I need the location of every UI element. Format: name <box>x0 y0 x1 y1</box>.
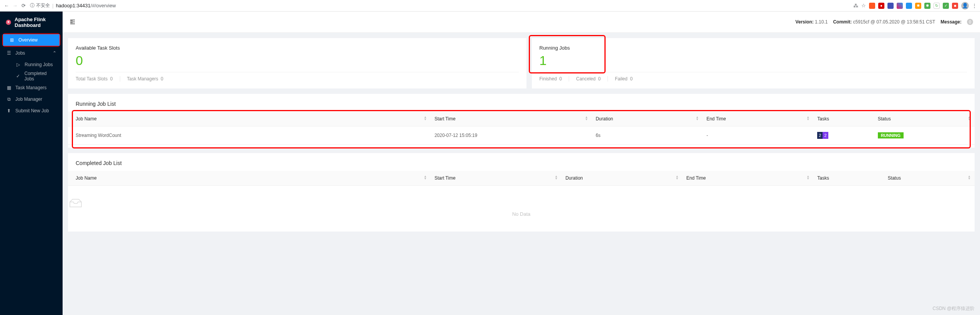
failed-value: 0 <box>630 76 633 82</box>
translate-icon[interactable]: ⁂ <box>853 3 858 8</box>
sidebar-item-running-jobs[interactable]: ▷ Running Jobs <box>0 59 63 70</box>
status-badge: RUNNING <box>878 132 904 138</box>
task-badge-scheduled: 2 <box>817 132 823 139</box>
ext-icon-1[interactable] <box>869 3 875 9</box>
running-list-title: Running Job List <box>68 94 975 112</box>
ext-icon-6[interactable]: ✱ <box>915 3 921 9</box>
sidebar-item-submit-job[interactable]: ⬆ Submit New Job <box>0 105 63 117</box>
total-slots-label: Total Task Slots <box>76 76 108 82</box>
col-status[interactable]: Status▲▼ <box>884 171 975 186</box>
finished-value: 0 <box>560 76 562 82</box>
task-badge-deploying: 2 <box>823 132 828 139</box>
running-jobs-value: 1 <box>540 53 967 68</box>
ext-icon-3[interactable] <box>887 3 894 9</box>
layers-icon: ▦ <box>6 85 12 90</box>
sidebar-item-job-manager[interactable]: ⧉ Job Manager <box>0 93 63 105</box>
sort-icon: ▲▼ <box>675 175 679 180</box>
ext-icon-10[interactable]: ■ <box>952 3 958 9</box>
sidebar-item-task-managers[interactable]: ▦ Task Managers <box>0 82 63 93</box>
completed-job-list-card: Completed Job List Job Name▲▼ Start Time… <box>68 153 975 232</box>
finished-label: Finished <box>540 76 557 82</box>
running-jobs-card: Running Jobs 1 Finished 0 Canceled 0 Fai… <box>532 38 975 88</box>
info-icon: ⓘ <box>30 2 35 9</box>
url-path: /#/overview <box>91 3 116 8</box>
dashboard-icon: ⊞ <box>9 37 15 43</box>
available-slots-title: Available Task Slots <box>76 45 519 51</box>
running-jobs-label: Running Jobs <box>25 62 53 67</box>
sidebar-item-overview[interactable]: ⊞ Overview <box>3 34 60 46</box>
url-bar[interactable]: ⓘ 不安全 | hadoop1:34431/#/overview <box>30 2 850 9</box>
play-icon: ▷ <box>15 62 21 67</box>
chevron-up-icon: ⌃ <box>53 50 56 56</box>
logo: Apache Flink Dashboard <box>0 12 63 33</box>
flink-logo-icon <box>5 18 12 27</box>
sidebar: Apache Flink Dashboard ⊞ Overview ☰ Jobs… <box>0 12 63 315</box>
version-value: 1.10.1 <box>815 19 828 25</box>
ext-icon-5[interactable] <box>906 3 912 9</box>
list-icon: ☰ <box>6 50 12 56</box>
ext-icon-8[interactable]: ↻ <box>934 3 940 9</box>
sort-icon: ▲▼ <box>424 175 427 180</box>
forward-icon[interactable]: → <box>12 2 18 9</box>
col-job-name[interactable]: Job Name▲▼ <box>68 112 430 127</box>
watermark: CSDN @程序猿进阶 <box>932 305 975 312</box>
cell-job-name: Streaming WordCount <box>68 127 430 145</box>
canceled-value: 0 <box>598 76 601 82</box>
col-start-time[interactable]: Start Time▲▼ <box>430 171 561 186</box>
star-icon[interactable]: ☆ <box>861 3 866 8</box>
col-tasks[interactable]: Tasks <box>813 112 874 127</box>
ext-icon-4[interactable] <box>897 3 903 9</box>
available-slots-card: Available Task Slots 0 Total Task Slots … <box>68 38 526 88</box>
available-slots-value: 0 <box>76 53 519 68</box>
menu-icon[interactable]: ⋮ <box>972 3 977 8</box>
col-job-name[interactable]: Job Name▲▼ <box>68 171 430 186</box>
ext-icon-7[interactable]: ✱ <box>924 3 930 9</box>
message-badge[interactable]: 0 <box>967 19 973 25</box>
cell-start-time: 2020-07-12 15:05:19 <box>430 127 592 145</box>
sort-icon: ▲▼ <box>806 116 809 121</box>
reload-icon[interactable]: ⟳ <box>20 2 27 9</box>
canceled-label: Canceled <box>576 76 596 82</box>
col-start-time[interactable]: Start Time▲▼ <box>430 112 592 127</box>
sort-icon: ▲▼ <box>806 175 809 180</box>
collapse-sidebar-icon[interactable] <box>70 19 76 25</box>
col-status[interactable]: Status▲▼ <box>874 112 975 127</box>
check-icon: ✓ <box>15 73 20 79</box>
back-icon[interactable]: ← <box>3 2 10 9</box>
ext-icon-9[interactable]: ✓ <box>943 3 949 9</box>
browser-extensions: ⁂ ☆ ● ✱ ✱ ↻ ✓ ■ 👤 ⋮ <box>853 2 977 10</box>
sort-icon: ▲▼ <box>968 175 971 180</box>
sidebar-item-jobs[interactable]: ☰ Jobs ⌃ <box>0 47 63 59</box>
profile-icon[interactable]: 👤 <box>961 2 969 10</box>
no-data-text: No Data <box>68 211 975 217</box>
col-duration[interactable]: Duration▲▼ <box>592 112 703 127</box>
completed-list-title: Completed Job List <box>68 153 975 171</box>
col-duration[interactable]: Duration▲▼ <box>561 171 682 186</box>
task-managers-label: Task Managers <box>15 85 46 90</box>
cell-end-time: - <box>703 127 814 145</box>
message-label: Message: <box>940 19 962 25</box>
sidebar-item-completed-jobs[interactable]: ✓ Completed Jobs <box>0 70 63 82</box>
cell-duration: 6s <box>592 127 703 145</box>
upload-icon: ⬆ <box>6 108 12 113</box>
table-row[interactable]: Streaming WordCount 2020-07-12 15:05:19 … <box>68 127 975 145</box>
tm-count-label: Task Managers <box>127 76 158 82</box>
server-icon: ⧉ <box>6 97 12 102</box>
running-job-list-card: Running Job List Job Name▲▼ Start Time▲▼… <box>68 94 975 148</box>
url-host: hadoop1:34431 <box>56 3 90 8</box>
no-data-placeholder: No Data <box>68 186 975 228</box>
completed-jobs-table: Job Name▲▼ Start Time▲▼ Duration▲▼ End T… <box>68 171 975 186</box>
col-end-time[interactable]: End Time▲▼ <box>703 112 814 127</box>
commit-value: c5915cf @ 07.05.2020 @ 13:58:51 CST <box>853 19 935 25</box>
security-indicator: ⓘ 不安全 <box>30 2 50 9</box>
ext-icon-2[interactable]: ● <box>878 3 884 9</box>
submit-job-label: Submit New Job <box>15 108 49 113</box>
sort-icon: ▲▼ <box>424 116 427 121</box>
jobs-label: Jobs <box>15 50 25 56</box>
commit-label: Commit: <box>833 19 852 25</box>
running-jobs-table: Job Name▲▼ Start Time▲▼ Duration▲▼ End T… <box>68 112 975 145</box>
tm-count-value: 0 <box>161 76 164 82</box>
col-end-time[interactable]: End Time▲▼ <box>682 171 813 186</box>
running-jobs-title: Running Jobs <box>540 45 967 51</box>
col-tasks[interactable]: Tasks <box>813 171 884 186</box>
